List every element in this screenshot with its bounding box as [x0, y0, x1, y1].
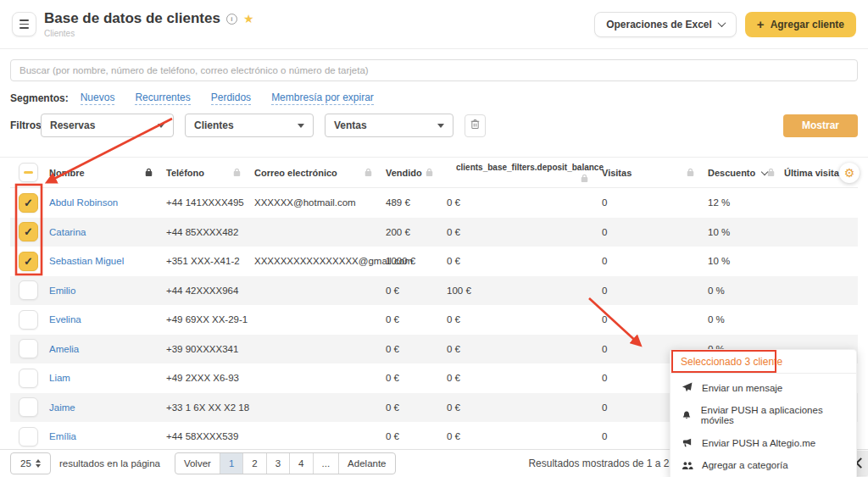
client-email: XXXXXX@hotmail.com [254, 197, 386, 208]
client-phone: +44 85XXXX482 [166, 227, 254, 237]
column-header-tel-fono[interactable]: Teléfono [166, 168, 254, 178]
page-button-adelante[interactable]: Adelante [338, 453, 394, 474]
column-header-text: Vendido [386, 168, 422, 178]
row-checkbox[interactable] [19, 193, 38, 213]
show-button[interactable]: Mostrar [783, 114, 858, 137]
segment-link-perdidos[interactable]: Perdidos [211, 92, 251, 105]
lock-icon [426, 168, 433, 177]
column-header-vendido[interactable]: Vendido [386, 168, 447, 178]
select-all-cell [10, 163, 49, 182]
client-name-cell: Amelia [49, 344, 166, 354]
column-header-descuento[interactable]: Descuento [708, 168, 784, 178]
info-icon[interactable] [226, 14, 237, 25]
column-header-label: Vendido [386, 168, 422, 178]
client-name-link[interactable]: Abdul Robinson [49, 197, 118, 208]
client-name-link[interactable]: Catarina [49, 227, 86, 237]
row-checkbox-cell [10, 252, 49, 271]
column-header-text: Correo electrónico [254, 168, 337, 178]
top-header: Base de datos de clientes Clientes Opera… [0, 0, 868, 49]
select-arrows-icon [36, 459, 41, 468]
excel-operations-button[interactable]: Operaciones de Excel [594, 12, 737, 37]
page-button-2[interactable]: 2 [242, 453, 265, 474]
client-name-cell: Liam [49, 373, 166, 383]
lock-icon [233, 168, 241, 177]
per-page-select[interactable]: 25 [10, 452, 51, 474]
client-name-link[interactable]: Jaime [49, 402, 75, 413]
title-block: Base de datos de clientes Clientes [44, 10, 253, 38]
client-name-link[interactable]: Amelia [49, 344, 79, 354]
page-button-[interactable]: ... [313, 453, 339, 474]
menu-item-label: Enviar un mensaje [702, 383, 782, 393]
column-header-clients-base-filters-deposit-balance[interactable]: clients_base_filters.deposit_balance [447, 163, 602, 183]
menu-item-enviar-push-a-altegio-me[interactable]: Enviar PUSH a Altegio.me [670, 431, 856, 454]
trash-icon [470, 119, 480, 132]
filters-row: Filtros: ReservasClientesVentas Mostrar [10, 114, 858, 137]
client-phone: +351 XXX-X41-2 [166, 256, 254, 266]
hamburger-icon [19, 19, 29, 21]
client-name-link[interactable]: Emília [49, 431, 76, 441]
row-checkbox-cell [10, 193, 49, 213]
filter-dropdown-value: Ventas [334, 119, 367, 131]
page-button-volver[interactable]: Volver [175, 453, 220, 474]
row-checkbox[interactable] [19, 369, 38, 388]
segment-link-nuevos[interactable]: Nuevos [81, 92, 115, 105]
column-header-visitas[interactable]: Visitas [602, 168, 708, 178]
client-sold: 200 € [386, 227, 447, 237]
page-button-3[interactable]: 3 [266, 453, 289, 474]
breadcrumb: Clientes [44, 29, 253, 38]
search-input[interactable] [10, 59, 858, 81]
per-page-label: resultados en la página [59, 458, 160, 469]
row-checkbox[interactable] [19, 252, 38, 271]
segment-link-membres-a-por-expirar[interactable]: Membresía por expirar [271, 92, 374, 105]
menu-item-agregar-a-categor-a[interactable]: Agregar a categoría [670, 454, 856, 476]
client-name-cell: Catarina [49, 227, 166, 237]
client-phone: +49 69XX XX-29-1 [166, 314, 254, 324]
row-checkbox[interactable] [19, 397, 38, 417]
select-all-checkbox[interactable] [19, 163, 38, 182]
column-header-label: Última visita [784, 168, 839, 178]
client-sold: 0 € [386, 286, 447, 296]
hamburger-menu-button[interactable] [12, 12, 36, 36]
filter-dropdown-ventas[interactable]: Ventas [325, 114, 453, 137]
row-checkbox[interactable] [19, 339, 38, 358]
page-button-4[interactable]: 4 [289, 453, 312, 474]
client-name-link[interactable]: Evelina [49, 314, 81, 324]
bulk-actions-popup: Seleccionado 3 cliente Enviar un mensaje… [670, 349, 857, 477]
column-header-correo-electr-nico[interactable]: Correo electrónico [254, 168, 386, 178]
row-checkbox[interactable] [19, 427, 38, 446]
menu-item-enviar-push-a-aplicaciones-m-viles[interactable]: Enviar PUSH a aplicaciones móviles [670, 399, 856, 431]
table-row-catarina: Catarina+44 85XXXX482200 €0 €010 % [10, 218, 858, 247]
column-header-text: Descuento [708, 168, 755, 178]
client-phone: +39 90XXXX341 [166, 344, 254, 354]
row-checkbox[interactable] [19, 222, 38, 241]
filters-label: Filtros: [10, 119, 41, 131]
row-checkbox[interactable] [19, 280, 38, 300]
column-header-text: Visitas [602, 168, 632, 178]
clear-filters-button[interactable] [465, 114, 486, 137]
column-header-label: Descuento [708, 168, 767, 178]
table-settings-button[interactable] [839, 163, 860, 183]
client-deposit-balance: 0 € [447, 197, 602, 208]
page-button-1[interactable]: 1 [220, 453, 242, 474]
menu-item-enviar-un-mensaje[interactable]: Enviar un mensaje [670, 376, 856, 399]
client-name-link[interactable]: Sebastian Miguel [49, 256, 124, 266]
filters-list: ReservasClientesVentas [41, 114, 465, 137]
client-discount: 10 % [708, 227, 784, 237]
segment-link-recurrentes[interactable]: Recurrentes [135, 92, 190, 105]
client-name-link[interactable]: Emilio [49, 286, 75, 296]
filter-dropdown-reservas[interactable]: Reservas [41, 114, 174, 137]
row-checkbox[interactable] [19, 310, 38, 330]
client-sold: 0 € [386, 431, 447, 441]
client-sold: 0 € [386, 402, 447, 413]
client-email: XXXXXXXXXXXXXXXX@gmail.com [254, 256, 386, 266]
client-name-cell: Abdul Robinson [49, 197, 166, 208]
filter-dropdown-clientes[interactable]: Clientes [185, 114, 314, 137]
client-visits: 0 [602, 197, 708, 208]
column-header-nombre[interactable]: Nombre [49, 168, 166, 178]
favorite-star-icon[interactable] [243, 13, 254, 25]
lock-icon [145, 168, 153, 177]
add-client-button[interactable]: Agregar cliente [745, 12, 856, 37]
client-name-link[interactable]: Liam [49, 373, 70, 383]
page-title: Base de datos de clientes [44, 10, 220, 27]
table-row-evelina: Evelina+49 69XX XX-29-10 €0 €00 % [10, 305, 858, 335]
